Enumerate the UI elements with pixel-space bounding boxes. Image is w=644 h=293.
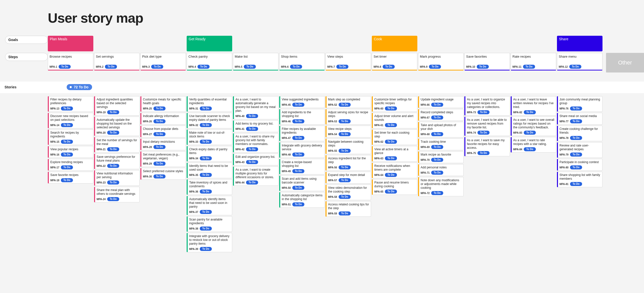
status-lozenge[interactable]: To Do xyxy=(244,65,256,69)
status-lozenge[interactable]: To Do xyxy=(339,149,351,153)
status-lozenge[interactable]: To Do xyxy=(524,147,536,151)
status-lozenge[interactable]: To Do xyxy=(107,131,119,135)
story-card[interactable]: Take and upload photos of your dishMPA-6… xyxy=(418,122,464,137)
status-lozenge[interactable]: To Do xyxy=(292,186,304,190)
status-lozenge[interactable]: To Do xyxy=(107,197,119,201)
status-lozenge[interactable]: To Do xyxy=(570,106,582,111)
status-lozenge[interactable]: To Do xyxy=(107,110,119,114)
story-card[interactable]: Edit and organize grocery list.MPA-43To … xyxy=(233,154,278,165)
status-lozenge[interactable]: To Do xyxy=(61,165,73,169)
status-lozenge[interactable]: To Do xyxy=(339,132,351,136)
story-card[interactable]: As a user, I want to share my grocery li… xyxy=(233,133,278,153)
status-lozenge[interactable]: To Do xyxy=(153,132,166,136)
story-card[interactable]: Mark step as completedMPA-52To Do xyxy=(326,96,371,108)
story-card[interactable]: Customize timer settings for specific re… xyxy=(372,96,417,112)
status-lozenge[interactable]: To Do xyxy=(570,165,582,169)
story-card[interactable]: Check expiry dates of pantry itemsMPA-34… xyxy=(187,146,232,162)
status-lozenge[interactable]: To Do xyxy=(292,119,304,123)
step-card[interactable]: Check pantryMPA-4To Do xyxy=(187,53,232,70)
status-lozenge[interactable]: To Do xyxy=(385,123,397,127)
story-card[interactable]: Filter recipes by available ingredientsM… xyxy=(279,126,325,141)
status-lozenge[interactable]: To Do xyxy=(570,182,582,186)
status-lozenge[interactable]: To Do xyxy=(153,119,166,123)
story-card[interactable]: As a user, I want to save my favorite re… xyxy=(464,137,510,156)
story-card[interactable]: Scan and add items using barcode scanner… xyxy=(279,175,325,191)
story-card[interactable]: Share shopping list with family membersM… xyxy=(557,172,602,187)
story-card[interactable]: Automatically identify items that need t… xyxy=(187,196,232,215)
status-lozenge[interactable]: To Do xyxy=(339,103,351,107)
status-lozenge[interactable]: To Do xyxy=(339,178,351,182)
story-card[interactable]: Add items to my grocery list.MPA-41To Do xyxy=(233,120,278,132)
status-lozenge[interactable]: To Do xyxy=(336,65,348,69)
status-lozenge[interactable]: To Do xyxy=(246,114,258,118)
status-lozenge[interactable]: To Do xyxy=(105,65,117,69)
status-lozenge[interactable]: To Do xyxy=(431,158,443,162)
status-lozenge[interactable]: To Do xyxy=(385,173,397,177)
status-lozenge[interactable]: To Do xyxy=(292,136,304,140)
status-lozenge[interactable]: To Do xyxy=(292,103,304,107)
status-lozenge[interactable]: To Do xyxy=(570,119,582,123)
step-card[interactable]: Pick diet typeMPA-3To Do xyxy=(140,53,186,70)
status-lozenge[interactable]: To Do xyxy=(290,65,302,69)
story-card[interactable]: View recipe stepsMPA-54To Do xyxy=(326,126,371,137)
story-card[interactable]: Save servings preference for future meal… xyxy=(94,154,140,169)
status-lozenge[interactable]: To Do xyxy=(153,106,166,111)
status-lozenge[interactable]: To Do xyxy=(200,156,212,160)
status-lozenge[interactable]: To Do xyxy=(61,123,73,127)
story-card[interactable]: As a user, I want to be able to remove s… xyxy=(464,117,510,136)
story-card[interactable]: Update ingredient usageMPA-66To Do xyxy=(418,96,464,108)
status-lozenge[interactable]: To Do xyxy=(569,65,581,69)
status-lozenge[interactable]: To Do xyxy=(200,173,212,177)
story-card[interactable]: Access related cooking tips for the step… xyxy=(326,201,371,217)
story-card[interactable]: Input dietary restrictionsMPA-28To Do xyxy=(140,138,186,150)
status-lozenge[interactable]: To Do xyxy=(339,119,351,123)
story-card[interactable]: Create a recipe-based shopping listMPA-4… xyxy=(279,159,325,174)
status-lozenge[interactable]: To Do xyxy=(107,147,119,151)
story-card[interactable]: View popular recipesMPA-16To Do xyxy=(48,146,93,158)
status-lozenge[interactable]: To Do xyxy=(246,147,258,151)
status-lozenge[interactable]: To Do xyxy=(524,131,536,135)
goal-card[interactable]: Plan Meals xyxy=(48,36,93,51)
status-lozenge[interactable]: To Do xyxy=(246,127,258,131)
story-card[interactable]: Create cooking challenge for friendsMPA-… xyxy=(557,126,602,141)
story-card[interactable]: Integrate with grocery delivery serviceM… xyxy=(279,142,325,158)
story-card[interactable]: Indicate allergy informationMPA-26To Do xyxy=(140,113,186,125)
step-card[interactable]: Share menuMPA-12To Do xyxy=(557,53,602,70)
story-card[interactable]: As a user, I want to leave written revie… xyxy=(511,96,556,116)
story-card[interactable]: As a user, I want to organize my saved r… xyxy=(464,96,510,116)
goal-card[interactable]: Get Ready xyxy=(187,36,232,51)
step-card[interactable]: Mark progressMPA-9To Do xyxy=(418,53,464,70)
status-lozenge[interactable]: To Do xyxy=(570,153,582,157)
status-lozenge[interactable]: To Do xyxy=(200,227,212,231)
story-card[interactable]: Access ingredient list for the stepMPA-5… xyxy=(326,155,371,171)
story-card[interactable]: Share meal on social mediaMPA-77To Do xyxy=(557,113,602,125)
story-card[interactable]: Set meal preferences (e.g., vegetarian, … xyxy=(140,151,186,167)
story-card[interactable]: Set the number of servings for the mealM… xyxy=(94,137,140,153)
status-lozenge[interactable]: To Do xyxy=(61,106,73,111)
status-lozenge[interactable]: To Do xyxy=(339,211,351,215)
step-card[interactable]: Rate recipesMPA-11To Do xyxy=(511,53,556,70)
story-card[interactable]: View video demonstration for the cooking… xyxy=(326,185,371,200)
status-lozenge[interactable]: To Do xyxy=(246,160,258,164)
story-card[interactable]: Verify quantities of essential ingredien… xyxy=(187,96,232,112)
story-card[interactable]: Adjust timer volume and alert soundsMPA-… xyxy=(372,113,417,128)
status-lozenge[interactable]: To Do xyxy=(61,153,73,157)
status-lozenge[interactable]: To Do xyxy=(431,145,443,149)
status-lozenge[interactable]: To Do xyxy=(151,65,163,69)
story-card[interactable]: View suggested ingredientsMPA-45To Do xyxy=(279,96,325,108)
status-lozenge[interactable]: To Do xyxy=(153,174,166,178)
story-card[interactable]: Integrate with grocery delivery to resto… xyxy=(187,233,232,252)
status-lozenge[interactable]: To Do xyxy=(107,180,119,185)
status-lozenge[interactable]: To Do xyxy=(429,65,441,69)
status-lozenge[interactable]: To Do xyxy=(200,210,212,214)
story-card[interactable]: Note down any modifications or adjustmen… xyxy=(418,177,464,196)
status-lozenge[interactable]: To Do xyxy=(477,151,490,155)
story-card[interactable]: Filter recipes by dietary preferencesMPA… xyxy=(48,96,93,112)
story-card[interactable]: As a user, I want to rate recipes with a… xyxy=(511,137,556,153)
status-lozenge[interactable]: To Do xyxy=(292,202,304,206)
status-lozenge[interactable]: To Do xyxy=(431,116,443,120)
status-lozenge[interactable]: To Do xyxy=(431,132,443,136)
status-lozenge[interactable]: To Do xyxy=(431,103,443,107)
story-card[interactable]: Review and rate user-generated recipesMP… xyxy=(557,142,602,158)
story-card[interactable]: View nutritional information per serving… xyxy=(94,170,140,186)
